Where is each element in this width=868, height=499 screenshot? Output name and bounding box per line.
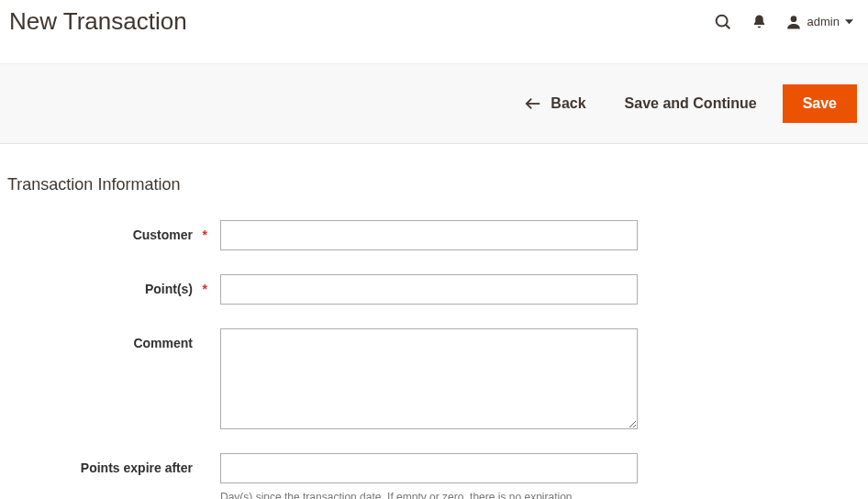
section-title: Transaction Information — [7, 175, 868, 194]
comment-label: Comment — [0, 328, 220, 350]
customer-label: Customer * — [0, 220, 220, 242]
svg-point-2 — [790, 16, 796, 22]
search-icon[interactable] — [713, 12, 733, 32]
arrow-left-icon — [525, 97, 541, 110]
svg-point-0 — [716, 15, 727, 26]
save-button[interactable]: Save — [783, 84, 857, 123]
required-asterisk: * — [203, 282, 207, 296]
svg-line-1 — [726, 24, 729, 28]
chevron-down-icon — [845, 17, 853, 26]
action-bar: Back Save and Continue Save — [0, 63, 868, 144]
field-expire: Points expire after Day(s) since the tra… — [0, 453, 868, 499]
back-button[interactable]: Back — [512, 88, 598, 119]
points-label: Point(s) * — [0, 274, 220, 296]
admin-user-menu[interactable]: admin — [785, 14, 853, 30]
field-comment: Comment — [0, 328, 868, 433]
page-title: New Transaction — [9, 7, 187, 36]
save-continue-button[interactable]: Save and Continue — [612, 88, 770, 119]
points-input[interactable] — [220, 274, 638, 305]
required-asterisk: * — [203, 227, 207, 242]
expire-label: Points expire after — [0, 453, 220, 475]
header-actions: admin — [713, 12, 859, 32]
field-customer: Customer * — [0, 220, 868, 250]
comment-textarea[interactable] — [220, 328, 638, 429]
bell-icon[interactable] — [751, 13, 767, 30]
user-icon — [785, 14, 802, 30]
page-header: New Transaction admin — [0, 0, 868, 47]
customer-input[interactable] — [220, 220, 638, 250]
field-points: Point(s) * — [0, 274, 868, 305]
admin-user-label: admin — [807, 15, 840, 28]
back-label: Back — [551, 95, 585, 112]
transaction-form: Customer * Point(s) * Comment Points exp… — [0, 215, 868, 499]
expire-input[interactable] — [220, 453, 638, 483]
expire-note: Day(s) since the transaction date. If em… — [220, 491, 638, 499]
